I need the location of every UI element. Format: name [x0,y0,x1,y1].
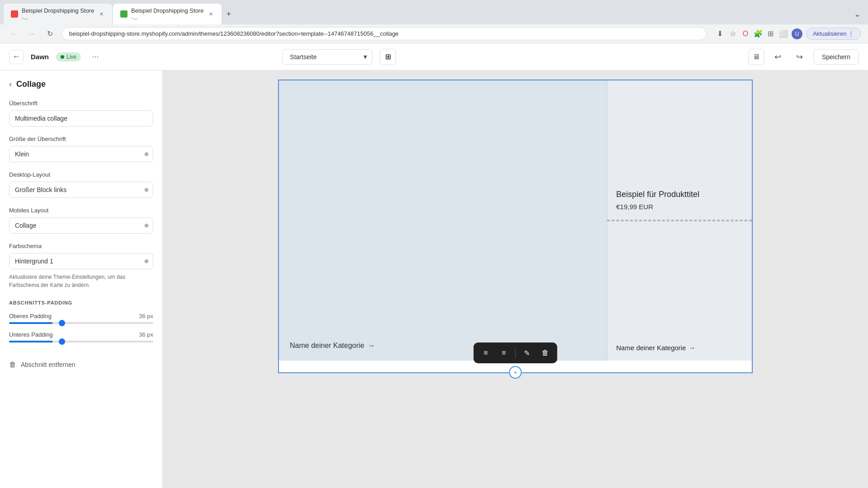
unteres-slider-wrap [9,341,153,343]
unteres-padding-label: Unteres Padding [9,331,53,338]
canvas-frame[interactable]: Name deiner Kategorie → Beispiel für Pro… [278,80,753,373]
desktop-view-button[interactable]: 🖥 [748,49,764,65]
address-input[interactable] [61,27,707,40]
collage-container: Name deiner Kategorie → Beispiel für Pro… [279,80,752,361]
page-dropdown-wrap: Startseite [282,49,373,65]
desktop-layout-field-group: Desktop-Layout Großer Block links Großer… [9,171,153,198]
update-button[interactable]: Aktualisieren ⋮ [806,28,861,40]
product-title: Beispiel für Produkttitel [616,190,743,199]
unteres-padding-field: Unteres Padding 36 px [9,331,153,343]
back-button[interactable]: ← [9,50,24,64]
floating-toolbar: ≡ ≡ ✎ 🗑 [474,343,557,363]
unteres-padding-value: 36 px [139,331,153,338]
toolbar-align-button[interactable]: ≡ [496,345,512,361]
groesse-select[interactable]: Klein Mittel Groß [9,146,153,162]
oberes-padding-field: Oberes Padding 36 px [9,313,153,324]
mobiles-layout-label: Mobiles Layout [9,207,153,214]
collage-right-top[interactable]: Beispiel für Produkttitel €19,99 EUR [607,80,752,221]
farbschema-help: Aktualisiere deine Theme-Einstellungen, … [9,273,153,289]
menu-icon[interactable]: ⊞ [766,29,775,38]
delete-label: Abschnitt entfernen [21,361,75,368]
padding-section-heading: ABSCHNITTS-PADDING [9,300,153,305]
product-price: €19,99 EUR [616,203,743,211]
canvas-area: Name deiner Kategorie → Beispiel für Pro… [163,70,868,488]
unteres-padding-row: Unteres Padding 36 px [9,331,153,338]
oberes-padding-value: 36 px [139,313,153,319]
sidebar: ‹ Collage Überschrift Größe der Überschr… [0,70,163,488]
tab-close-1[interactable]: ✕ [99,10,105,18]
ueberschrift-input[interactable] [9,110,153,127]
toolbar-move-button[interactable]: ≡ [478,345,494,361]
main-layout: ‹ Collage Überschrift Größe der Überschr… [0,70,868,488]
collage-left-block[interactable]: Name deiner Kategorie → [279,80,607,361]
section-center-handle[interactable]: + [509,366,522,379]
tab-label-1: Beispiel Dropshipping Store ·... [22,7,95,21]
opera-icon: O [741,29,750,38]
grid-button[interactable]: ⊞ [380,49,396,65]
farbschema-field-group: Farbschema Hintergrund 1 Hintergrund 2 A… [9,243,153,289]
farbschema-select[interactable]: Hintergrund 1 Hintergrund 2 Akzent 1 [9,253,153,269]
left-category-arrow: → [368,342,375,350]
right-category-arrow: → [689,344,695,352]
downloads-icon[interactable]: ⬜ [779,29,788,38]
desktop-layout-label: Desktop-Layout [9,171,153,178]
right-category-text: Name deiner Kategorie [616,344,686,352]
bookmark-icon[interactable]: ☆ [728,29,737,38]
tab-2[interactable]: Beispiel Dropshipping Store ·... ✕ [113,4,222,24]
tab-favicon-1 [11,10,18,18]
more-button[interactable]: ··· [88,50,103,64]
oberes-padding-row: Oberes Padding 36 px [9,313,153,319]
farbschema-select-wrap: Hintergrund 1 Hintergrund 2 Akzent 1 [9,253,153,269]
tab-label-2: Beispiel Dropshipping Store ·... [131,7,204,21]
tab-favicon-2 [120,10,127,18]
ueberschrift-field-group: Überschrift [9,100,153,127]
sidebar-header: ‹ Collage [9,80,153,89]
back-nav-button[interactable]: ← [7,28,20,40]
app-bar-right: 🖥 ↩ ↪ Speichern [748,49,859,65]
live-label: Live [66,54,76,60]
redo-button[interactable]: ↪ [792,49,808,65]
new-tab-button[interactable]: + [222,8,235,20]
extension-icon[interactable]: 🧩 [754,29,763,38]
delete-icon: 🗑 [9,361,16,369]
theme-name: Dawn [31,53,49,61]
groesse-field-group: Größe der Überschrift Klein Mittel Groß [9,136,153,162]
right-category-link[interactable]: Name deiner Kategorie → [616,344,743,352]
page-select: Startseite ⊞ [282,49,396,65]
delete-section-button[interactable]: 🗑 Abschnitt entfernen [9,357,153,372]
download-icon[interactable]: ⬇ [716,29,725,38]
app-bar: ← Dawn Live ··· Startseite ⊞ 🖥 ↩ ↪ Speic… [0,43,868,70]
browser-chrome: Beispiel Dropshipping Store ·... ✕ Beisp… [0,0,868,43]
undo-button[interactable]: ↩ [770,49,786,65]
oberes-padding-label: Oberes Padding [9,313,52,319]
profile-icon[interactable]: U [792,28,802,39]
mobiles-select-wrap: Collage Spalten Reihen [9,217,153,234]
oberes-slider-wrap [9,322,153,324]
mobiles-layout-select[interactable]: Collage Spalten Reihen [9,217,153,234]
tab-close-2[interactable]: ✕ [208,10,214,18]
reload-button[interactable]: ↻ [43,28,56,40]
oberes-padding-slider[interactable] [9,322,153,324]
page-dropdown[interactable]: Startseite [282,49,373,65]
browser-actions: ⬇ ☆ O 🧩 ⊞ ⬜ U Aktualisieren ⋮ [716,28,861,40]
groesse-select-wrap: Klein Mittel Groß [9,146,153,162]
live-badge: Live [56,52,81,61]
tab-1[interactable]: Beispiel Dropshipping Store ·... ✕ [4,4,112,24]
desktop-layout-select[interactable]: Großer Block links Großer Block rechts Z… [9,182,153,198]
toolbar-separator [515,347,516,358]
save-button[interactable]: Speichern [813,49,859,65]
toolbar-delete-button[interactable]: 🗑 [538,345,553,361]
tab-bar-more[interactable]: ⌄ [854,9,864,19]
desktop-select-wrap: Großer Block links Großer Block rechts Z… [9,182,153,198]
unteres-padding-slider[interactable] [9,341,153,343]
collage-right: Beispiel für Produkttitel €19,99 EUR Nam… [607,80,752,361]
live-dot [61,55,64,59]
groesse-label: Größe der Überschrift [9,136,153,142]
collage-right-bottom[interactable]: Name deiner Kategorie → [607,221,752,361]
mobiles-layout-field-group: Mobiles Layout Collage Spalten Reihen [9,207,153,234]
forward-nav-button[interactable]: → [25,28,38,40]
address-bar: ← → ↻ ⬇ ☆ O 🧩 ⊞ ⬜ U Aktualisieren ⋮ [0,24,868,43]
toolbar-edit-button[interactable]: ✎ [519,345,535,361]
farbschema-label: Farbschema [9,243,153,249]
sidebar-back-button[interactable]: ‹ [9,80,12,89]
